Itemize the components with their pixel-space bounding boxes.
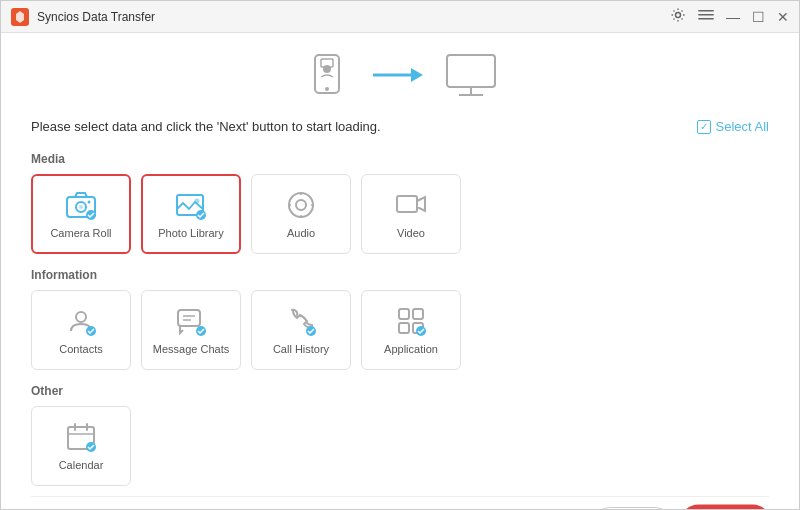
transfer-diagram	[31, 49, 769, 101]
svg-rect-1	[698, 10, 714, 12]
message-chats-label: Message Chats	[153, 343, 229, 355]
photo-library-icon	[175, 189, 207, 221]
svg-point-20	[289, 193, 313, 217]
video-label: Video	[397, 227, 425, 239]
svg-rect-2	[698, 14, 714, 16]
app-icon	[11, 8, 29, 26]
media-section: Media Camera Roll	[31, 148, 769, 260]
contacts-icon	[65, 305, 97, 337]
monitor-icon	[443, 49, 499, 101]
media-items-grid: Camera Roll Photo Library	[31, 174, 769, 254]
svg-point-18	[195, 199, 200, 204]
svg-point-23	[76, 312, 86, 322]
phone-icon	[301, 49, 353, 101]
svg-rect-9	[447, 55, 495, 87]
video-icon	[395, 189, 427, 221]
titlebar-title: Syncios Data Transfer	[37, 10, 155, 24]
svg-rect-3	[698, 18, 714, 20]
calendar-icon	[65, 421, 97, 453]
video-card[interactable]: Video	[361, 174, 461, 254]
call-history-icon	[285, 305, 317, 337]
svg-marker-8	[411, 68, 423, 82]
audio-label: Audio	[287, 227, 315, 239]
svg-rect-31	[413, 309, 423, 319]
bottom-bar: i What can I transfer? Back Next	[31, 496, 769, 510]
other-section: Other Calendar	[31, 380, 769, 492]
calendar-card[interactable]: Calendar	[31, 406, 131, 486]
other-label: Other	[31, 384, 769, 398]
select-all-button[interactable]: ✓ Select All	[697, 119, 769, 134]
main-content: Please select data and click the 'Next' …	[1, 33, 799, 510]
calendar-label: Calendar	[59, 459, 104, 471]
menu-icon[interactable]	[698, 7, 714, 26]
settings-icon[interactable]	[670, 7, 686, 26]
select-all-label: Select All	[716, 119, 769, 134]
svg-point-15	[79, 205, 83, 209]
svg-rect-25	[178, 310, 200, 326]
svg-point-21	[296, 200, 306, 210]
call-history-label: Call History	[273, 343, 329, 355]
svg-point-6	[325, 87, 329, 91]
svg-rect-22	[397, 196, 417, 212]
select-all-checkbox[interactable]: ✓	[697, 120, 711, 134]
contacts-card[interactable]: Contacts	[31, 290, 131, 370]
instruction-bar: Please select data and click the 'Next' …	[31, 119, 769, 134]
application-card[interactable]: Application	[361, 290, 461, 370]
maximize-icon[interactable]: ☐	[752, 9, 765, 25]
information-section: Information Contacts	[31, 264, 769, 376]
camera-roll-label: Camera Roll	[50, 227, 111, 239]
photo-library-card[interactable]: Photo Library	[141, 174, 241, 254]
other-items-grid: Calendar	[31, 406, 769, 486]
call-history-card[interactable]: Call History	[251, 290, 351, 370]
message-chats-card[interactable]: Message Chats	[141, 290, 241, 370]
application-icon	[395, 305, 427, 337]
photo-library-label: Photo Library	[158, 227, 223, 239]
message-chats-icon	[175, 305, 207, 337]
information-items-grid: Contacts Message Chats	[31, 290, 769, 370]
titlebar-left: Syncios Data Transfer	[11, 8, 155, 26]
titlebar-controls: — ☐ ✕	[670, 7, 789, 26]
contacts-label: Contacts	[59, 343, 102, 355]
svg-point-7	[323, 65, 331, 73]
svg-rect-32	[399, 323, 409, 333]
close-icon[interactable]: ✕	[777, 9, 789, 25]
audio-icon	[285, 189, 317, 221]
camera-roll-icon	[65, 189, 97, 221]
minimize-icon[interactable]: —	[726, 9, 740, 25]
svg-rect-30	[399, 309, 409, 319]
instruction-text: Please select data and click the 'Next' …	[31, 119, 381, 134]
svg-point-0	[676, 13, 681, 18]
application-label: Application	[384, 343, 438, 355]
titlebar: Syncios Data Transfer — ☐ ✕	[1, 1, 799, 33]
audio-card[interactable]: Audio	[251, 174, 351, 254]
camera-roll-card[interactable]: Camera Roll	[31, 174, 131, 254]
svg-point-14	[88, 201, 91, 204]
information-label: Information	[31, 268, 769, 282]
media-label: Media	[31, 152, 769, 166]
arrow-icon	[373, 60, 423, 90]
